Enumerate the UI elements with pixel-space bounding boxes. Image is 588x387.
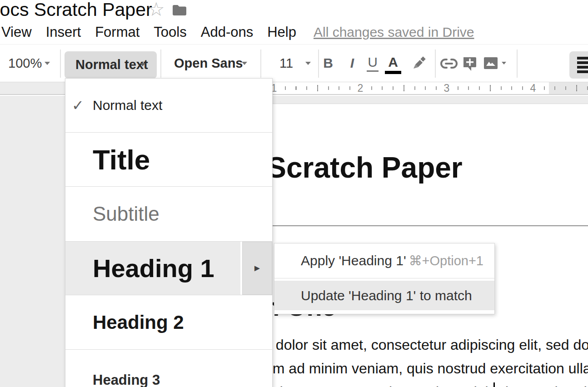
text-cursor xyxy=(493,382,495,387)
star-icon[interactable]: ☆ xyxy=(148,0,165,20)
insert-link-icon[interactable] xyxy=(440,58,458,69)
heading-3-label: Heading 3 xyxy=(93,372,160,387)
menu-item-normal-text[interactable]: ✓ Normal text xyxy=(65,79,272,132)
image-dropdown-arrow-icon[interactable] xyxy=(502,62,506,64)
check-icon: ✓ xyxy=(72,97,84,114)
apply-heading-1-shortcut: ⌘+Option+1 xyxy=(409,253,483,268)
toolbar-separator xyxy=(435,50,436,78)
menu-view[interactable]: View xyxy=(1,24,32,40)
underline-label: U xyxy=(367,55,379,72)
align-left-button[interactable] xyxy=(569,51,588,79)
menu-help[interactable]: Help xyxy=(267,24,296,40)
apply-heading-1-label: Apply 'Heading 1' xyxy=(301,253,406,268)
insert-comment-icon[interactable] xyxy=(463,56,477,71)
apply-heading-1-item[interactable]: Apply 'Heading 1' ⌘+Option+1 xyxy=(274,243,494,278)
update-heading-1-item[interactable]: Update 'Heading 1' to match xyxy=(274,281,494,310)
heading-1-submenu: Apply 'Heading 1' ⌘+Option+1 Update 'Hea… xyxy=(274,243,495,314)
title-label: Title xyxy=(93,144,150,176)
text-color-label: A xyxy=(388,55,398,70)
align-left-icon xyxy=(577,57,588,60)
menu-item-heading-1[interactable]: Heading 1 ► xyxy=(65,241,272,295)
submenu-arrow-icon: ► xyxy=(253,263,262,273)
insert-image-icon[interactable] xyxy=(483,57,498,69)
text-color-bar xyxy=(385,71,401,74)
toolbar: 100% Normal text Open Sans 11 B I U A xyxy=(0,44,588,82)
underline-button[interactable]: U xyxy=(364,45,382,82)
toolbar-separator xyxy=(517,50,518,78)
font-size-dropdown-arrow-icon[interactable] xyxy=(305,62,311,65)
font-dropdown-arrow-icon[interactable] xyxy=(242,62,247,65)
ruler-mark-2: 2 xyxy=(355,82,366,94)
ruler-mark-4: 4 xyxy=(528,82,539,94)
document-name-input[interactable]: Docs Scratch Paper xyxy=(0,0,152,20)
paragraph-style-select[interactable]: Normal text xyxy=(65,51,157,79)
toolbar-separator xyxy=(260,50,261,78)
bold-button[interactable]: B xyxy=(319,45,337,82)
normal-text-label: Normal text xyxy=(93,98,162,113)
menu-item-heading-2[interactable]: Heading 2 xyxy=(65,295,272,349)
zoom-select[interactable]: 100% xyxy=(8,45,42,82)
text-color-button[interactable]: A xyxy=(384,45,402,82)
heading-1-label: Heading 1 xyxy=(93,253,214,283)
menu-item-title[interactable]: Title xyxy=(65,132,272,186)
menu-item-heading-3[interactable]: Heading 3 xyxy=(65,349,272,387)
highlight-color-button[interactable] xyxy=(410,56,427,71)
paragraph-styles-menu: ✓ Normal text Title Subtitle Heading 1 ►… xyxy=(65,78,273,387)
menubar: View Insert Format Tools Add-ons Help Al… xyxy=(0,20,588,44)
titlebar: Docs Scratch Paper ☆ xyxy=(0,0,588,20)
font-family-select[interactable]: Open Sans xyxy=(174,45,243,82)
font-size-select[interactable]: 11 xyxy=(279,45,293,82)
toolbar-separator xyxy=(160,50,161,78)
subtitle-label: Subtitle xyxy=(93,203,159,225)
folder-icon[interactable] xyxy=(172,4,187,16)
update-heading-1-label: Update 'Heading 1' to match xyxy=(301,288,472,303)
toolbar-separator xyxy=(60,50,61,78)
menu-insert[interactable]: Insert xyxy=(46,24,81,40)
save-status-link[interactable]: All changes saved in Drive xyxy=(314,25,474,40)
heading-1-submenu-trigger[interactable]: ► xyxy=(242,242,272,295)
heading-2-label: Heading 2 xyxy=(93,312,184,333)
menu-item-subtitle[interactable]: Subtitle xyxy=(65,186,272,241)
style-dropdown-arrow-icon xyxy=(140,63,145,66)
google-docs-window: Docs Scratch Paper Section One Lorem ips… xyxy=(0,0,588,387)
menu-format[interactable]: Format xyxy=(95,24,140,40)
paragraph-style-label: Normal text xyxy=(75,51,148,78)
italic-button[interactable]: I xyxy=(343,45,361,82)
menu-addons[interactable]: Add-ons xyxy=(201,24,253,40)
menu-tools[interactable]: Tools xyxy=(154,24,186,40)
zoom-dropdown-arrow-icon[interactable] xyxy=(45,62,50,65)
ruler-mark-3: 3 xyxy=(441,82,453,94)
